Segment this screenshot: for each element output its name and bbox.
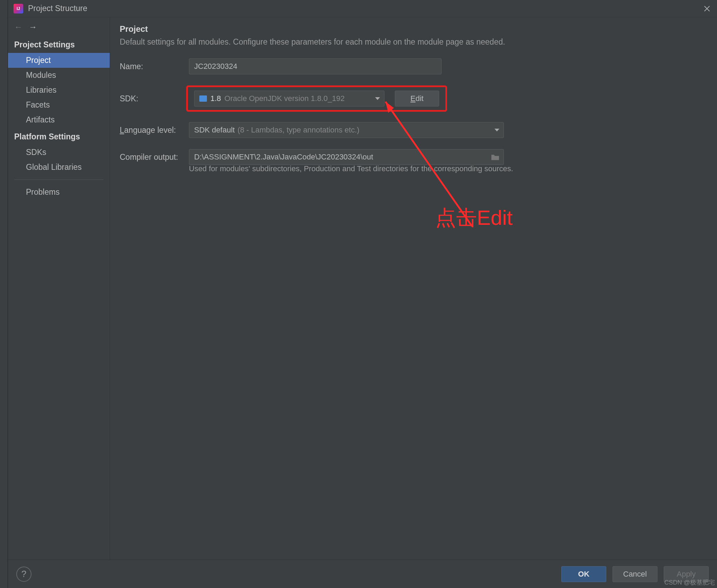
sidebar-item-modules[interactable]: Modules xyxy=(8,68,110,83)
sdk-detail: Oracle OpenJDK version 1.8.0_192 xyxy=(225,94,345,103)
sidebar-item-facets[interactable]: Facets xyxy=(8,98,110,112)
dialog-footer: ? OK Cancel Apply xyxy=(8,560,717,588)
sdk-edit-button[interactable]: Edit xyxy=(395,91,439,107)
label-compiler-output: Compiler output: xyxy=(120,153,189,162)
sdk-dropdown[interactable]: 1.8 Oracle OpenJDK version 1.8.0_192 xyxy=(194,91,384,107)
nav-back-icon[interactable]: ← xyxy=(14,22,22,32)
sdk-version: 1.8 xyxy=(210,94,221,103)
ok-button[interactable]: OK xyxy=(561,566,606,582)
chevron-down-icon xyxy=(494,129,499,131)
name-input[interactable] xyxy=(189,58,442,74)
main-panel: Project Default settings for all modules… xyxy=(110,17,717,560)
annotation-text: 点击Edit xyxy=(435,204,512,232)
sidebar-item-global-libraries[interactable]: Global Libraries xyxy=(8,160,110,175)
close-icon[interactable] xyxy=(703,5,711,12)
title-bar: IJ Project Structure xyxy=(8,0,717,17)
nav-forward-icon[interactable]: → xyxy=(29,22,37,32)
section-platform-settings: Platform Settings xyxy=(8,127,110,145)
sidebar-item-project[interactable]: Project xyxy=(8,53,110,68)
compiler-output-input[interactable]: D:\ASSIGNMENT\2.Java\JavaCode\JC20230324… xyxy=(189,149,504,165)
sidebar-divider xyxy=(14,180,103,180)
folder-browse-icon[interactable] xyxy=(490,153,500,161)
intellij-icon: IJ xyxy=(13,4,23,13)
label-sdk: SDK: xyxy=(120,94,189,103)
cancel-button[interactable]: Cancel xyxy=(612,566,657,582)
compiler-output-hint: Used for modules' subdirectories, Produc… xyxy=(189,164,707,173)
window-title: Project Structure xyxy=(28,4,87,13)
sidebar: ← → Project Settings Project Modules Lib… xyxy=(8,17,110,560)
page-subtitle: Default settings for all modules. Config… xyxy=(120,37,707,47)
sidebar-item-libraries[interactable]: Libraries xyxy=(8,83,110,98)
sidebar-item-artifacts[interactable]: Artifacts xyxy=(8,112,110,127)
label-name: Name: xyxy=(120,62,189,71)
jdk-folder-icon xyxy=(199,95,207,102)
language-level-detail: (8 - Lambdas, type annotations etc.) xyxy=(237,126,359,135)
chevron-down-icon xyxy=(375,97,380,100)
compiler-output-value: D:\ASSIGNMENT\2.Java\JavaCode\JC20230324… xyxy=(194,153,373,162)
language-level-dropdown[interactable]: SDK default (8 - Lambdas, type annotatio… xyxy=(189,122,504,138)
sidebar-item-problems[interactable]: Problems xyxy=(8,185,110,200)
page-title: Project xyxy=(120,24,707,34)
help-button[interactable]: ? xyxy=(16,567,31,582)
language-level-value: SDK default xyxy=(194,126,235,135)
sdk-highlight-box: 1.8 Oracle OpenJDK version 1.8.0_192 Edi… xyxy=(186,85,447,112)
project-structure-dialog: IJ Project Structure ← → Project Setting… xyxy=(8,0,717,588)
label-language-level: Language level: xyxy=(120,126,189,135)
watermark: CSDN @极基肥宅 xyxy=(664,578,715,587)
sidebar-item-sdks[interactable]: SDKs xyxy=(8,145,110,160)
section-project-settings: Project Settings xyxy=(8,35,110,53)
